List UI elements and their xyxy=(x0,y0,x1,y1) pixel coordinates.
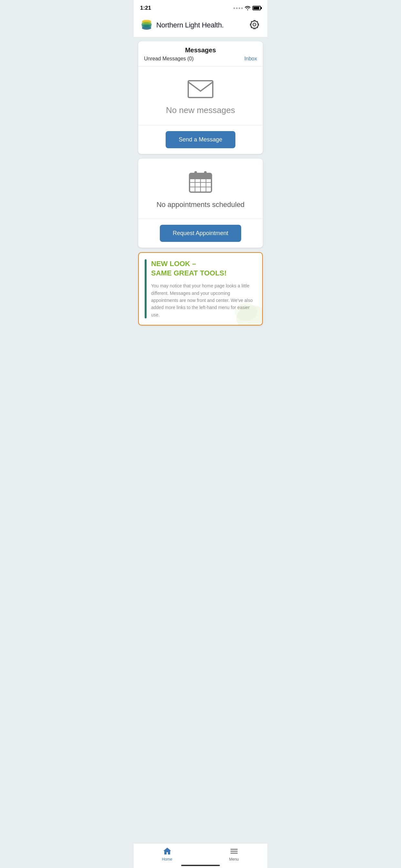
status-bar: 1:21 xyxy=(134,0,267,14)
signal-dots-icon xyxy=(234,7,243,9)
logo-text: Northern Light Health. xyxy=(156,21,224,29)
svg-point-3 xyxy=(142,22,151,24)
promo-card: NEW LOOK –SAME GREAT TOOLS! You may noti… xyxy=(138,252,263,326)
app-header: Northern Light Health. xyxy=(134,14,267,37)
logo-icon xyxy=(140,20,153,31)
inbox-link[interactable]: Inbox xyxy=(244,56,257,62)
status-icons xyxy=(234,6,261,10)
messages-subrow: Unread Messages (0) Inbox xyxy=(144,56,257,62)
appointments-action-area: Request Appointment xyxy=(138,219,263,248)
messages-action-area: Send a Message xyxy=(138,125,263,154)
promo-decoration xyxy=(230,299,262,325)
promo-title: NEW LOOK –SAME GREAT TOOLS! xyxy=(151,259,256,278)
logo-area: Northern Light Health. xyxy=(140,20,224,31)
request-appointment-button[interactable]: Request Appointment xyxy=(160,225,241,242)
svg-point-18 xyxy=(235,303,257,321)
svg-point-5 xyxy=(253,23,256,26)
messages-header: Messages Unread Messages (0) Inbox xyxy=(138,41,263,66)
appointments-empty-state: No appointments scheduled xyxy=(138,159,263,219)
no-appointments-text: No appointments scheduled xyxy=(157,200,245,209)
no-messages-text: No new messages xyxy=(166,105,235,115)
svg-rect-6 xyxy=(188,81,213,97)
send-message-button[interactable]: Send a Message xyxy=(166,131,235,148)
calendar-icon xyxy=(189,170,212,194)
messages-title: Messages xyxy=(144,46,257,54)
promo-accent-bar xyxy=(145,259,147,318)
appointments-card: No appointments scheduled Request Appoin… xyxy=(138,159,263,248)
unread-count-label: Unread Messages (0) xyxy=(144,56,194,62)
svg-rect-9 xyxy=(189,177,212,179)
messages-empty-state: No new messages xyxy=(138,66,263,125)
status-time: 1:21 xyxy=(140,5,151,11)
battery-icon xyxy=(252,6,261,10)
main-content: Messages Unread Messages (0) Inbox No ne… xyxy=(134,37,267,351)
wifi-icon xyxy=(245,6,251,10)
gear-icon xyxy=(249,20,259,30)
messages-card: Messages Unread Messages (0) Inbox No ne… xyxy=(138,41,263,154)
svg-rect-10 xyxy=(194,171,197,176)
svg-rect-11 xyxy=(204,171,207,176)
envelope-icon xyxy=(188,78,213,99)
settings-button[interactable] xyxy=(248,18,261,32)
svg-point-4 xyxy=(142,25,151,28)
